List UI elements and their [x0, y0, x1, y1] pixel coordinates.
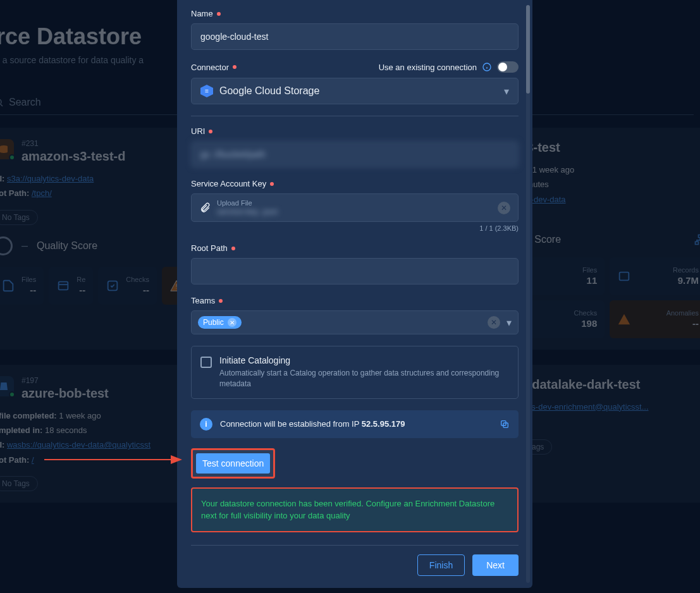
info-icon: i: [200, 418, 212, 431]
name-input[interactable]: [191, 23, 519, 50]
file-counter: 1 / 1 (2.3KB): [191, 224, 519, 232]
use-existing-label: Use an existing connection: [379, 63, 477, 72]
chevron-down-icon: ▾: [504, 85, 509, 97]
initiate-cataloging-option[interactable]: Initiate Cataloging Automatically start …: [191, 346, 519, 399]
ip-info-banner: i Connection will be established from IP…: [191, 410, 519, 438]
clear-file-button[interactable]: ✕: [498, 202, 510, 214]
remove-team-icon[interactable]: ✕: [228, 318, 236, 327]
finish-button[interactable]: Finish: [417, 554, 465, 576]
teams-label: Teams: [191, 296, 215, 305]
name-label: Name: [191, 9, 213, 18]
connector-select[interactable]: = Google Cloud Storage ▾: [191, 78, 519, 104]
chevron-down-icon: ▾: [507, 317, 512, 329]
root-path-input[interactable]: [191, 258, 519, 284]
clear-teams-button[interactable]: ✕: [488, 316, 500, 329]
root-path-label: Root Path: [191, 243, 228, 253]
connection-verified-banner: Your datastore connection has been verif…: [191, 487, 519, 532]
sak-label: Service Account Key: [191, 179, 266, 188]
team-chip-public[interactable]: Public ✕: [198, 316, 242, 329]
info-icon[interactable]: [482, 62, 492, 72]
add-datastore-modal: Name Connector Use an existing connectio…: [177, 0, 532, 588]
test-connection-button[interactable]: Test connection: [196, 453, 270, 474]
service-account-key-upload[interactable]: Upload File service-key .json ✕: [191, 193, 519, 222]
gcs-icon: =: [200, 85, 213, 97]
uri-label: URI: [191, 126, 205, 136]
scrollbar-thumb[interactable]: [526, 5, 530, 94]
uri-input[interactable]: gs ://bucket/path: [191, 141, 519, 168]
existing-connection-toggle[interactable]: [497, 61, 519, 73]
attachment-icon: [199, 202, 211, 214]
copy-icon[interactable]: [500, 419, 510, 429]
required-dot: [217, 12, 221, 16]
catalog-checkbox[interactable]: [200, 357, 212, 368]
next-button[interactable]: Next: [472, 554, 519, 576]
connector-label: Connector: [191, 63, 229, 72]
teams-select[interactable]: Public ✕ ✕ ▾: [191, 310, 519, 334]
